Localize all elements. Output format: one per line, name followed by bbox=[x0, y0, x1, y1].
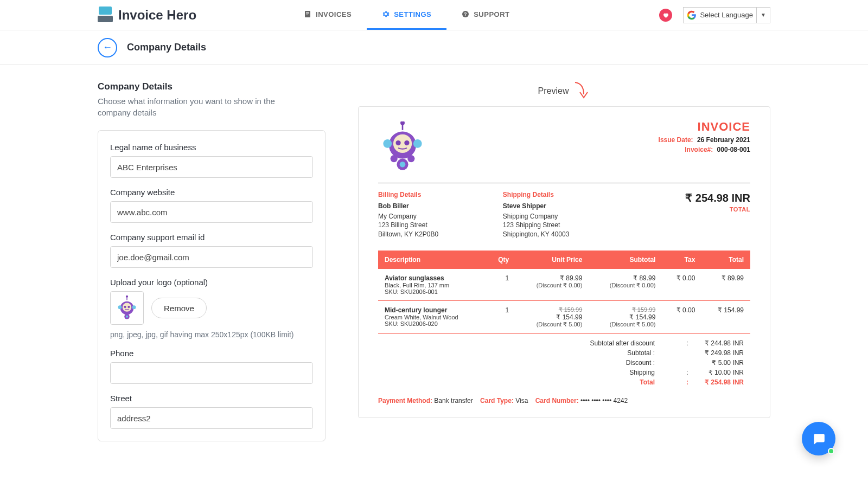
invoice-total: ₹ 254.98 INR TOTAL bbox=[628, 191, 750, 239]
cardnum-value: •••• •••• •••• 4242 bbox=[580, 397, 628, 404]
brand: Invoice Hero bbox=[98, 7, 196, 24]
divider bbox=[378, 183, 750, 183]
summary-subtotal-label: Subtotal : bbox=[385, 349, 685, 357]
th-total: Total bbox=[701, 251, 750, 269]
th-desc: Description bbox=[378, 251, 486, 269]
svg-point-24 bbox=[391, 155, 398, 162]
shipping-city: Shippington, KY 40003 bbox=[503, 230, 626, 239]
th-unit: Unit Price bbox=[515, 251, 589, 269]
street-input[interactable] bbox=[110, 407, 313, 429]
table-row: Mid-century loungerCream White, Walnut W… bbox=[378, 300, 750, 333]
tab-invoices[interactable]: INVOICES bbox=[289, 0, 367, 30]
billing-heading: Billing Details bbox=[378, 191, 501, 198]
nav-tabs: INVOICES SETTINGS ? SUPPORT bbox=[289, 0, 525, 30]
total-amount: ₹ 254.98 INR bbox=[628, 191, 750, 206]
th-qty: Qty bbox=[486, 251, 516, 269]
robot-icon bbox=[114, 295, 139, 321]
language-label: Select Language bbox=[700, 8, 757, 23]
payment-method-value: Bank transfer bbox=[434, 397, 473, 404]
shipping-company: Shipping Company bbox=[503, 212, 626, 221]
billing-name: Bob Biller bbox=[378, 202, 501, 210]
shipping-street: 123 Shipping Street bbox=[503, 221, 626, 229]
svg-point-20 bbox=[395, 140, 400, 145]
legal-name-input[interactable] bbox=[110, 156, 313, 178]
invoice-meta: INVOICE Issue Date: 26 February 2021 Inv… bbox=[659, 120, 750, 174]
svg-point-23 bbox=[413, 139, 422, 147]
question-icon: ? bbox=[462, 10, 469, 18]
language-select[interactable]: Select Language ▼ bbox=[683, 7, 770, 23]
billing-street: 123 Billing Street bbox=[378, 221, 501, 229]
summary-discount-value: ₹ 5.00 INR bbox=[690, 359, 744, 367]
form-column: Company Details Choose what information … bbox=[98, 81, 326, 441]
th-sub: Subtotal bbox=[589, 251, 662, 269]
tab-label: SETTINGS bbox=[394, 10, 431, 18]
tab-support[interactable]: ? SUPPORT bbox=[446, 0, 525, 30]
chat-button[interactable] bbox=[802, 422, 835, 455]
invoice-title: INVOICE bbox=[659, 120, 750, 134]
chevron-down-icon: ▼ bbox=[757, 12, 770, 18]
billing-city: Billtown, KY K2P0B0 bbox=[378, 230, 501, 239]
tab-label: INVOICES bbox=[316, 10, 352, 18]
svg-rect-3 bbox=[306, 15, 308, 15]
table-row: Aviator sunglassesBlack, Full Rim, 137 m… bbox=[378, 269, 750, 301]
phone-input[interactable] bbox=[110, 362, 313, 384]
invoice-preview: INVOICE Issue Date: 26 February 2021 Inv… bbox=[358, 106, 770, 418]
company-form: Legal name of business Company website C… bbox=[98, 130, 326, 441]
invoice-summary: Subtotal after discount:₹ 244.98 INR Sub… bbox=[378, 338, 750, 387]
svg-point-13 bbox=[132, 305, 136, 309]
website-input[interactable] bbox=[110, 201, 313, 223]
tab-settings[interactable]: SETTINGS bbox=[367, 0, 446, 30]
main-content: Company Details Choose what information … bbox=[0, 65, 868, 441]
back-button[interactable]: ← bbox=[98, 38, 117, 57]
shipping-details: Shipping Details Steve Shipper Shipping … bbox=[503, 191, 626, 239]
nav-right: Select Language ▼ bbox=[659, 7, 770, 23]
street-label: Street bbox=[110, 394, 313, 403]
gear-icon bbox=[382, 10, 390, 18]
remove-logo-button[interactable]: Remove bbox=[151, 298, 207, 318]
svg-point-21 bbox=[404, 140, 409, 145]
issue-date-label: Issue Date: bbox=[659, 136, 693, 144]
email-input[interactable] bbox=[110, 246, 313, 268]
preview-column: Preview bbox=[358, 81, 770, 441]
summary-subtotal-value: ₹ 249.98 INR bbox=[690, 349, 744, 357]
th-tax: Tax bbox=[662, 251, 701, 269]
robot-icon bbox=[381, 121, 424, 173]
svg-point-9 bbox=[123, 303, 131, 311]
svg-point-11 bbox=[127, 306, 130, 308]
phone-label: Phone bbox=[110, 349, 313, 358]
total-label: TOTAL bbox=[628, 206, 750, 214]
shipping-name: Steve Shipper bbox=[503, 202, 626, 210]
svg-point-22 bbox=[383, 139, 392, 147]
items-table: Description Qty Unit Price Subtotal Tax … bbox=[378, 251, 750, 334]
logo-label: Upload your logo (optional) bbox=[110, 278, 313, 287]
invoices-icon bbox=[304, 10, 311, 18]
svg-point-17 bbox=[400, 121, 405, 125]
svg-point-12 bbox=[118, 305, 122, 309]
svg-point-7 bbox=[126, 296, 128, 298]
invoice-logo bbox=[378, 120, 427, 174]
invoice-no-value: 000-08-001 bbox=[717, 146, 750, 153]
summary-total-value: ₹ 254.98 INR bbox=[690, 378, 744, 386]
billing-details: Billing Details Bob Biller My Company 12… bbox=[378, 191, 501, 239]
heart-button[interactable] bbox=[659, 9, 672, 22]
payment-method-label: Payment Method: bbox=[378, 397, 432, 404]
cardnum-label: Card Number: bbox=[535, 397, 579, 404]
summary-after-discount-value: ₹ 244.98 INR bbox=[690, 339, 744, 347]
svg-point-25 bbox=[407, 155, 414, 162]
summary-total-label: Total bbox=[385, 378, 685, 386]
cardtype-label: Card Type: bbox=[480, 397, 514, 404]
google-icon bbox=[687, 10, 697, 20]
svg-point-15 bbox=[126, 316, 128, 318]
billing-company: My Company bbox=[378, 212, 501, 221]
summary-shipping-value: ₹ 10.00 INR bbox=[690, 369, 744, 376]
topnav: Invoice Hero INVOICES SETTINGS ? SUPPORT bbox=[0, 0, 868, 30]
invoice-no-label: Invoice#: bbox=[685, 146, 713, 153]
tab-label: SUPPORT bbox=[474, 10, 509, 18]
section-subtext: Choose what information you want to show… bbox=[98, 95, 298, 118]
svg-point-27 bbox=[400, 161, 406, 167]
brand-name: Invoice Hero bbox=[118, 8, 196, 23]
payment-row: Payment Method: Bank transfer Card Type:… bbox=[378, 397, 750, 404]
logo-hint: png, jpeg, jpg, gif having max 250x125px… bbox=[110, 330, 313, 339]
summary-shipping-label: Shipping bbox=[385, 369, 685, 376]
section-heading: Company Details bbox=[98, 81, 326, 92]
